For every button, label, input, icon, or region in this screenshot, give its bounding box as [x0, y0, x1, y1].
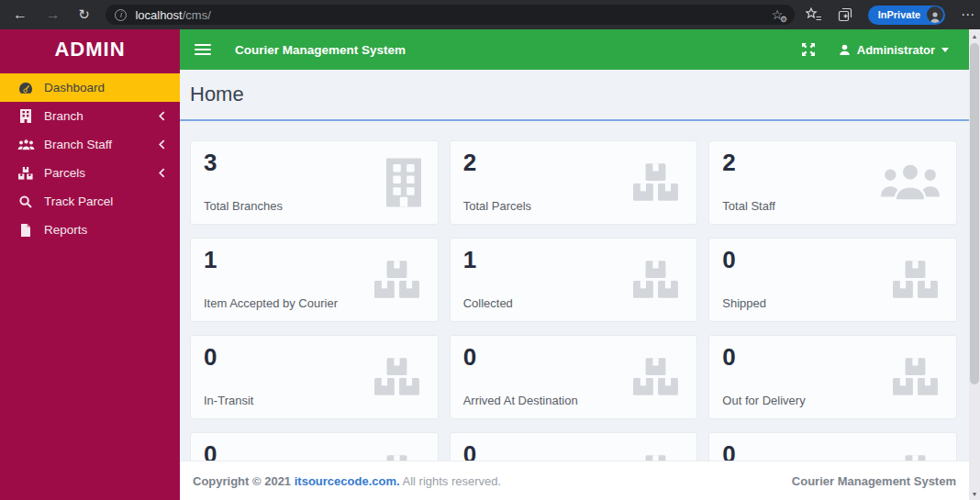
copyright-prefix: Copyright © 2021 — [193, 474, 291, 488]
browser-menu-icon[interactable]: ⋯ — [956, 6, 980, 23]
stat-card: 0 Out for Delivery — [708, 335, 957, 419]
url-host: localhost — [135, 8, 182, 22]
stat-card: 2 Total Parcels — [450, 140, 698, 225]
browser-toolbar: ← → ↻ i localhost/cms/ ☆⚙ InPrivate ⋯ — [0, 0, 980, 29]
top-navbar: Courier Management System Administrator — [180, 29, 969, 70]
browser-refresh-icon[interactable]: ↻ — [72, 3, 97, 27]
footer-brand: Courier Management System — [792, 474, 956, 488]
browser-forward-icon: → — [40, 3, 66, 27]
favorites-hub-icon[interactable] — [802, 3, 826, 27]
page-title: Home — [190, 83, 957, 106]
collections-icon[interactable] — [833, 3, 857, 27]
sidebar-item-label: Parcels — [44, 166, 159, 180]
sidebar-item-label: Dashboard — [44, 81, 165, 94]
users-icon — [881, 162, 940, 203]
boxes-icon — [632, 261, 680, 299]
sidebar-item-label: Track Parcel — [44, 194, 165, 208]
sidebar-item-label: Branch — [44, 109, 159, 123]
boxes-icon — [373, 358, 421, 396]
boxes-icon — [892, 358, 940, 396]
sidebar-item-parcels[interactable]: Parcels — [0, 159, 180, 187]
rights-text: All rights reserved. — [403, 474, 502, 488]
scrollbar-thumb[interactable] — [970, 43, 979, 384]
copyright-text: Copyright © 2021 itsourcecode.com. All r… — [193, 474, 501, 488]
boxes-icon — [17, 167, 35, 180]
sidebar-item-track-parcel[interactable]: Track Parcel — [0, 187, 180, 216]
chevron-down-icon — [941, 48, 949, 52]
tachometer-icon — [17, 82, 35, 94]
sidebar-item-reports[interactable]: Reports — [0, 216, 180, 244]
fullscreen-icon[interactable] — [802, 43, 815, 56]
sidebar-menu: Dashboard Branch Branch Staff Parcels — [0, 73, 180, 244]
url-text: localhost/cms/ — [135, 8, 210, 22]
boxes-icon — [373, 261, 421, 299]
sidebar-item-branch[interactable]: Branch — [0, 102, 180, 130]
page-scrollbar[interactable]: ▲ ▼ — [969, 29, 980, 500]
page-footer: Copyright © 2021 itsourcecode.com. All r… — [180, 461, 969, 500]
main-content: Home 3 Total Branches 2 Total Parcels 2 … — [180, 70, 969, 500]
site-info-icon[interactable]: i — [115, 9, 127, 21]
building-icon — [386, 158, 421, 207]
user-icon — [839, 44, 851, 56]
stat-card: 0 Shipped — [708, 238, 957, 322]
sidebar-item-branch-staff[interactable]: Branch Staff — [0, 130, 180, 159]
stat-card: 0 Arrived At Destination — [450, 335, 698, 419]
favorites-star-icon[interactable]: ☆⚙ — [767, 7, 787, 22]
page-header: Home — [180, 70, 969, 121]
stat-card: 1 Item Accepted by Courier — [190, 238, 439, 322]
file-icon — [17, 224, 35, 237]
browser-back-icon[interactable]: ← — [7, 3, 33, 27]
stat-card: 1 Collected — [450, 238, 698, 322]
inprivate-label: InPrivate — [878, 9, 920, 20]
users-icon — [17, 139, 35, 151]
search-icon — [17, 195, 35, 208]
url-path: /cms/ — [183, 8, 211, 22]
username-label: Administrator — [857, 43, 935, 57]
stat-card: 2 Total Staff — [708, 140, 957, 225]
stat-card: 3 Total Branches — [190, 140, 439, 225]
sidebar: ADMIN Dashboard Branch Branch Staff — [0, 29, 180, 500]
chevron-left-icon — [159, 111, 165, 121]
chevron-left-icon — [159, 139, 165, 150]
boxes-icon — [632, 358, 680, 396]
scroll-up-icon[interactable]: ▲ — [969, 29, 980, 42]
profile-avatar[interactable] — [927, 6, 943, 23]
scroll-down-icon[interactable]: ▼ — [969, 487, 980, 500]
app-title: Courier Management System — [235, 43, 406, 57]
sidebar-item-label: Reports — [44, 223, 165, 237]
itsourcecode-link[interactable]: itsourcecode.com. — [295, 474, 400, 488]
hamburger-menu-icon[interactable] — [195, 41, 211, 58]
address-bar[interactable]: i localhost/cms/ ☆⚙ — [106, 5, 795, 25]
gear-icon: ⚙ — [780, 15, 787, 24]
stat-card: 0 In-Transit — [190, 335, 439, 419]
chevron-left-icon — [159, 168, 165, 178]
boxes-icon — [632, 163, 680, 202]
sidebar-item-dashboard[interactable]: Dashboard — [0, 73, 180, 102]
inprivate-badge[interactable]: InPrivate — [868, 6, 945, 25]
sidebar-item-label: Branch Staff — [44, 138, 159, 151]
stats-grid: 3 Total Branches 2 Total Parcels 2 Total… — [180, 140, 969, 500]
boxes-icon — [892, 261, 940, 299]
building-icon — [17, 109, 35, 123]
user-dropdown[interactable]: Administrator — [839, 43, 949, 57]
sidebar-brand: ADMIN — [0, 29, 180, 70]
